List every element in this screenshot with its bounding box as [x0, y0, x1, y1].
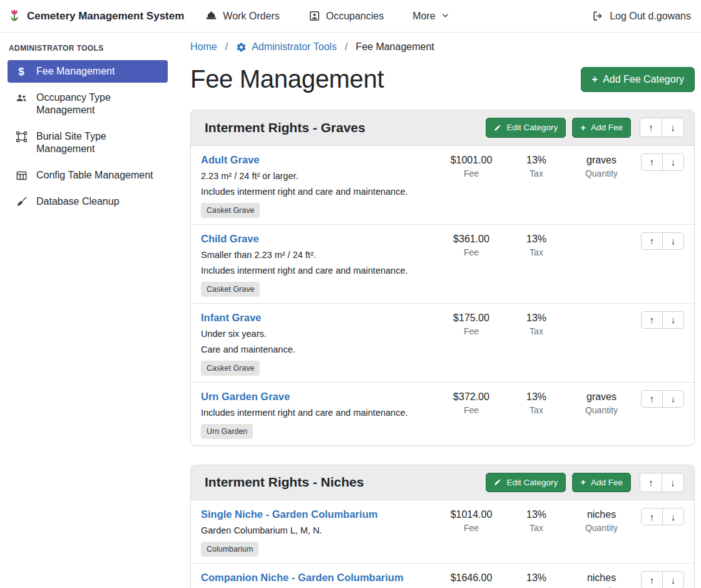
category-move-down-button[interactable]: ↓ — [662, 118, 684, 137]
category-move-up-button[interactable]: ↑ — [640, 118, 662, 137]
fee-quantity-value: niches — [569, 572, 634, 584]
fee-tax-column: 13% Tax — [504, 311, 569, 336]
fee-name-link[interactable]: Companion Niche - Garden Columbarium — [201, 571, 404, 584]
page-title: Fee Management — [190, 65, 384, 93]
fee-tax-value: 13% — [504, 233, 569, 245]
sidebar-item-occupancy-type-management[interactable]: Occupancy Type Management — [8, 86, 168, 121]
fee-name-link[interactable]: Infant Grave — [201, 311, 261, 324]
gear-icon — [236, 42, 247, 53]
fee-description-line: Under six years. — [201, 329, 439, 339]
fee-move-up-button[interactable]: ↑ — [641, 571, 663, 588]
fee-row: Urn Garden Grave Includes interment righ… — [191, 382, 694, 445]
logout-label: Log Out d.gowans — [610, 11, 691, 22]
sidebar-item-label: Fee Management — [36, 65, 115, 78]
logout-link[interactable]: Log Out d.gowans — [592, 10, 691, 22]
category-reorder-group: ↑ ↓ — [640, 473, 684, 492]
arrow-down-icon: ↓ — [671, 235, 676, 246]
fee-quantity-value: niches — [569, 508, 634, 520]
fee-move-up-button[interactable]: ↑ — [641, 232, 663, 250]
fee-move-down-button[interactable]: ↓ — [662, 390, 684, 408]
fee-tax-column: 13% Tax — [504, 390, 569, 415]
arrow-down-icon: ↓ — [671, 575, 676, 585]
nav-work-orders[interactable]: Work Orders — [205, 10, 279, 22]
arrow-up-icon: ↑ — [650, 512, 655, 522]
fee-move-down-button[interactable]: ↓ — [662, 508, 684, 525]
sidebar-item-label: Burial Site Type Management — [36, 130, 160, 155]
sidebar-item-config-table-management[interactable]: Config Table Management — [8, 164, 168, 187]
fee-tax-label: Tax — [504, 168, 569, 178]
fee-descriptions: 2.23 m² / 24 ft² or larger.Includes inte… — [201, 171, 439, 197]
nav-more[interactable]: More — [412, 11, 449, 22]
breadcrumb-separator: / — [225, 41, 228, 53]
occupant-portrait-icon — [309, 10, 320, 22]
fee-tax-label: Tax — [504, 523, 569, 533]
fee-amount-column: $1014.00 Fee — [439, 508, 504, 533]
fee-name-link[interactable]: Urn Garden Grave — [201, 390, 290, 403]
fee-move-up-button[interactable]: ↑ — [641, 311, 663, 329]
arrow-down-icon: ↓ — [671, 512, 676, 522]
app-brand[interactable]: Cemetery Management System — [8, 9, 184, 24]
arrow-up-icon: ↑ — [648, 122, 653, 133]
edit-category-button[interactable]: Edit Category — [486, 118, 566, 138]
fee-quantity-column: niches Quantity — [569, 571, 634, 588]
fee-move-up-button[interactable]: ↑ — [641, 153, 663, 171]
edit-category-button[interactable]: Edit Category — [486, 473, 566, 493]
category-actions: Edit Category + Add Fee ↑ ↓ — [486, 473, 684, 493]
fee-amount-label: Fee — [439, 247, 504, 257]
breadcrumb-home-link[interactable]: Home — [190, 41, 217, 53]
fee-move-down-button[interactable]: ↓ — [662, 232, 684, 250]
breadcrumb-admin-tools-label: Administrator Tools — [252, 41, 337, 53]
fee-amount-value: $175.00 — [439, 312, 504, 324]
fee-move-down-button[interactable]: ↓ — [662, 311, 684, 329]
fee-move-down-button[interactable]: ↓ — [662, 153, 684, 171]
tulip-logo-icon — [8, 9, 21, 24]
category-move-up-button[interactable]: ↑ — [640, 473, 662, 492]
sidebar-item-database-cleanup[interactable]: Database Cleanup — [8, 190, 168, 213]
fee-amount-column: $175.00 Fee — [439, 311, 504, 336]
fee-move-up-button[interactable]: ↑ — [641, 390, 663, 408]
fee-descriptions: Under six years.Care and maintenance. — [201, 329, 439, 355]
fee-name-link[interactable]: Adult Grave — [201, 153, 260, 166]
add-fee-button[interactable]: + Add Fee — [572, 473, 631, 493]
nav-occupancies[interactable]: Occupancies — [309, 10, 384, 22]
fee-amount-value: $1646.00 — [439, 572, 504, 584]
edit-category-label: Edit Category — [506, 478, 558, 487]
category-title: Interment Rights - Graves — [205, 120, 366, 135]
fee-list: Adult Grave 2.23 m² / 24 ft² or larger.I… — [191, 146, 694, 445]
fee-reorder-group: ↑ ↓ — [641, 232, 684, 250]
category-move-down-button[interactable]: ↓ — [662, 473, 684, 492]
fee-amount-label: Fee — [439, 405, 504, 415]
nav-more-label: More — [412, 11, 435, 22]
breadcrumb-current: Fee Management — [356, 41, 434, 53]
edit-category-label: Edit Category — [506, 123, 558, 132]
fee-description-line: Includes interment right and care and ma… — [201, 187, 439, 197]
add-fee-category-button[interactable]: + Add Fee Category — [581, 67, 695, 92]
breadcrumb-admin-tools-link[interactable]: Administrator Tools — [236, 41, 337, 53]
fee-tax-column: 13% Tax — [504, 232, 569, 257]
fee-move-up-button[interactable]: ↑ — [641, 508, 663, 525]
fee-type-badge: Casket Grave — [201, 282, 260, 297]
fee-tax-column: 13% Tax — [504, 153, 569, 178]
fee-row: Single Niche - Garden Columbarium Garden… — [191, 500, 694, 563]
fee-reorder-group: ↑ ↓ — [641, 508, 684, 525]
fee-move-down-button[interactable]: ↓ — [662, 571, 684, 588]
fee-tax-label: Tax — [504, 247, 569, 257]
breadcrumb-home-label: Home — [190, 41, 217, 53]
category-title: Interment Rights - Niches — [205, 475, 364, 490]
arrow-up-icon: ↑ — [650, 393, 655, 404]
fee-descriptions: Includes interment right and care and ma… — [201, 408, 439, 418]
fee-tax-column: 13% Tax — [504, 508, 569, 533]
fee-name-link[interactable]: Single Niche - Garden Columbarium — [201, 508, 377, 520]
sidebar-item-burial-site-type-management[interactable]: Burial Site Type Management — [8, 125, 168, 160]
fee-tax-value: 13% — [504, 391, 569, 403]
fee-amount-label: Fee — [439, 168, 504, 178]
fee-name-link[interactable]: Child Grave — [201, 232, 259, 245]
fee-amount-value: $361.00 — [439, 233, 504, 245]
plus-icon: + — [580, 478, 586, 486]
sidebar-item-fee-management[interactable]: $ Fee Management — [8, 60, 168, 83]
fee-category-card: Interment Rights - Graves Edit Category … — [190, 110, 695, 446]
add-fee-button[interactable]: + Add Fee — [572, 118, 631, 138]
arrow-down-icon: ↓ — [670, 122, 675, 133]
pencil-icon — [494, 478, 501, 486]
fee-quantity-column: graves Quantity — [569, 390, 634, 415]
